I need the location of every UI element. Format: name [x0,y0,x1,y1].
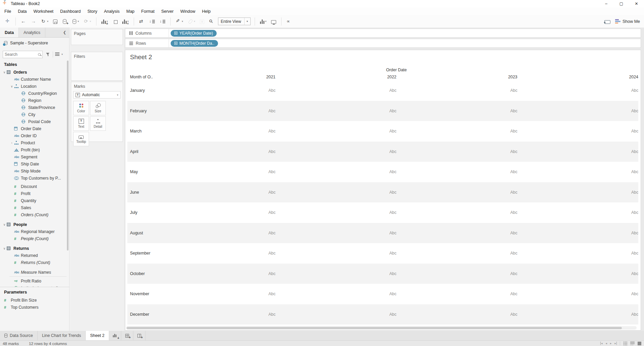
field-location[interactable]: ∨Location [0,83,69,90]
menu-help[interactable]: Help [199,8,214,15]
previous-record-button[interactable]: ◂ [605,342,607,345]
table-cell[interactable]: Abc [396,210,517,215]
table-cell[interactable]: Abc [275,149,396,154]
table-cell[interactable]: Abc [155,149,275,154]
table-cell[interactable]: Abc [517,169,638,174]
filmstrip-view-icon[interactable] [638,342,641,345]
table-cell[interactable]: Abc [396,88,517,93]
tab-line-chart-for-trends[interactable]: Line Chart for Trends [38,331,86,340]
parameter-top-customers[interactable]: #Top Customers [0,304,69,311]
field-orders-count[interactable]: #Orders (Count) [0,211,69,218]
field-latitude-generated[interactable]: Latitude (generated) [0,284,69,287]
collapse-icon[interactable]: ∨ [2,223,7,226]
table-cell[interactable]: Abc [155,190,275,195]
field-people-count[interactable]: #People (Count) [0,235,69,242]
marks-button-size[interactable]: Size [90,101,106,115]
scrollbar-thumb[interactable] [127,327,622,329]
add-data-source-button[interactable] [61,18,69,25]
field-region[interactable]: Region [0,97,69,104]
table-cell[interactable]: Abc [396,231,517,235]
save-button[interactable] [52,18,59,25]
parameter-profit-bin-size[interactable]: #Profit Bin Size [0,297,69,304]
slideshow-view-icon[interactable] [630,341,635,344]
collapse-icon[interactable]: ∨ [2,71,7,74]
presentation-mode-button[interactable] [270,18,277,25]
table-cell[interactable]: Abc [517,149,638,154]
menu-dashboard[interactable]: Dashboard [57,8,84,15]
table-cell[interactable]: Abc [396,292,517,296]
collapse-icon[interactable]: ∨ [9,85,14,88]
field-order-date[interactable]: Order Date [0,125,69,132]
new-story-button[interactable] [133,331,145,340]
field-quantity[interactable]: #Quantity [0,197,69,204]
year-header[interactable]: 2024 [517,75,638,79]
table-cell[interactable]: Abc [396,109,517,113]
row-field-label[interactable]: Month of O.. [127,75,155,79]
new-worksheet-button[interactable]: ▾ [100,18,109,25]
year-header[interactable]: 2023 [396,75,517,79]
table-cell[interactable]: Abc [275,292,396,296]
field-discount[interactable]: #Discount [0,183,69,190]
fix-axes-button[interactable] [208,18,216,25]
table-cell[interactable]: Abc [155,88,275,93]
grid-view-icon[interactable] [623,341,627,345]
month-header[interactable]: October [127,271,155,276]
last-record-button[interactable]: ▸ [614,342,617,345]
table-cell[interactable]: Abc [517,271,638,276]
menu-worksheet[interactable]: Worksheet [30,8,57,15]
field-ship-mode[interactable]: AbcShip Mode [0,167,69,175]
tab-analytics[interactable]: Analytics [19,28,45,37]
field-returns[interactable]: ∨Returns [0,245,69,252]
menu-map[interactable]: Map [123,8,138,15]
show-mark-labels-button[interactable] [199,18,206,25]
year-header[interactable]: 2021 [155,75,275,79]
table-cell[interactable]: Abc [155,312,275,317]
marks-button-tooltip[interactable]: Tooltip [73,132,89,146]
view-options-caret[interactable]: ▾ [61,53,63,56]
rows-shelf[interactable]: Rows MONTH(Order Da.. [125,39,641,48]
clear-sheet-button[interactable]: ▾ [121,18,130,25]
table-cell[interactable]: Abc [517,292,638,296]
table-cell[interactable]: Abc [155,292,275,296]
field-country-region[interactable]: Country/Region [0,90,69,97]
table-cell[interactable]: Abc [517,129,638,133]
table-cell[interactable]: Abc [275,210,396,215]
columns-pill[interactable]: YEAR(Order Date) [171,30,217,37]
table-cell[interactable]: Abc [517,88,638,93]
field-ship-date[interactable]: Ship Date [0,160,69,167]
month-header[interactable]: February [127,109,155,113]
new-worksheet-button[interactable] [109,331,121,340]
search-input[interactable] [5,52,38,57]
refresh-button[interactable]: ▾ [82,18,92,25]
table-cell[interactable]: Abc [275,231,396,235]
collapse-pane-button[interactable]: ❮ [60,28,69,37]
table-cell[interactable]: Abc [275,129,396,133]
table-cell[interactable]: Abc [155,129,275,133]
table-cell[interactable]: Abc [155,210,275,215]
month-header[interactable]: September [127,251,155,256]
horizontal-scrollbar[interactable] [126,326,637,330]
table-cell[interactable]: Abc [275,312,396,317]
table-cell[interactable]: Abc [275,190,396,195]
field-regional-manager[interactable]: AbcRegional Manager [0,228,69,235]
month-header[interactable]: May [127,169,155,174]
field-postal-code[interactable]: Postal Code [0,118,69,125]
table-cell[interactable]: Abc [517,190,638,195]
menu-analysis[interactable]: Analysis [100,8,123,15]
share-button[interactable] [285,18,293,25]
month-header[interactable]: April [127,149,155,154]
menu-data[interactable]: Data [14,8,30,15]
table-cell[interactable]: Abc [275,88,396,93]
highlight-button[interactable]: ▾ [174,18,184,25]
field-segment[interactable]: AbcSegment [0,153,69,160]
table-cell[interactable]: Abc [155,169,275,174]
table-cell[interactable]: Abc [396,169,517,174]
table-cell[interactable]: Abc [155,271,275,276]
data-source-menu-button[interactable]: ▾ [71,18,80,25]
table-cell[interactable]: Abc [155,251,275,256]
field-measure-names[interactable]: AbcMeasure Names [0,269,69,276]
month-header[interactable]: July [127,210,155,215]
fit-view-select[interactable]: Entire View▾ [218,17,251,25]
swap-rows-columns-button[interactable] [138,18,146,25]
datasource-row[interactable]: Sample - Superstore [0,39,69,47]
